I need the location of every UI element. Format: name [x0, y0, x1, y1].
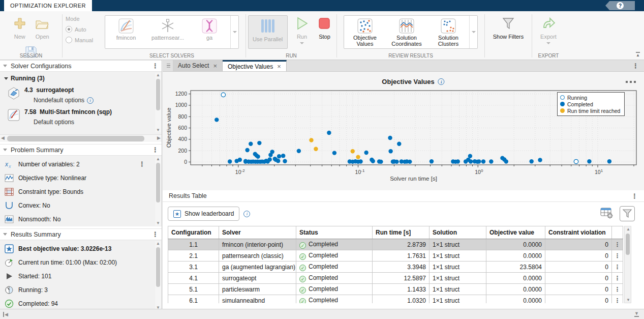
col-solver[interactable]: Solver: [219, 226, 296, 239]
solver-config-item[interactable]: 4.3 surrogateopt Nondefault optionsi: [7, 86, 162, 104]
info-icon[interactable]: i: [243, 211, 250, 217]
table-settings-icon[interactable]: [600, 207, 614, 221]
run-dropdown-icon[interactable]: [300, 42, 304, 44]
scrollbar-thumb[interactable]: [7, 136, 144, 141]
scroll-up-icon[interactable]: ▲: [156, 73, 160, 77]
scroll-up-icon[interactable]: ▲: [626, 227, 630, 231]
collapse-ribbon-button[interactable]: ▲: [636, 52, 640, 57]
show-leaderboard-button[interactable]: ★ Show leaderboard: [168, 207, 239, 221]
tab-objective-values[interactable]: Objective Values ×: [223, 60, 287, 71]
open-button[interactable]: Open: [32, 15, 52, 40]
results-table-header[interactable]: Results Table ⋮: [163, 190, 644, 202]
solver-configurations-header[interactable]: Solver Configurations ⋮: [0, 60, 162, 72]
collapse-section-icon[interactable]: [3, 149, 7, 151]
scroll-down-icon[interactable]: ▼: [156, 128, 160, 132]
scroll-up-icon[interactable]: ▲: [156, 157, 160, 161]
completed-status-icon: ✓: [299, 298, 306, 304]
row-kebab-icon[interactable]: ⋮: [612, 239, 623, 250]
show-filters-button[interactable]: Show Filters: [488, 15, 529, 40]
close-tab-icon[interactable]: ×: [213, 62, 217, 70]
solver-patternsearch-button[interactable]: patternsear...: [147, 16, 189, 48]
mode-manual-radio[interactable]: Manual: [66, 37, 98, 43]
scatter-point: [489, 159, 493, 163]
app-tab[interactable]: OPTIMIZATION EXPLORER: [4, 0, 92, 11]
table-vertical-scrollbar[interactable]: ▲ ▼: [624, 226, 631, 303]
run-button[interactable]: Run: [292, 15, 312, 44]
scroll-left-icon[interactable]: ◀: [1, 135, 5, 140]
export-button[interactable]: Export: [538, 15, 559, 44]
filter-funnel-icon: [500, 15, 516, 32]
scroll-down-icon[interactable]: ▼: [626, 298, 630, 302]
kebab-menu-icon[interactable]: ⋮: [152, 63, 159, 69]
table-row[interactable]: 3.1 ga (augmented lagrangian) ✓Completed…: [168, 262, 623, 273]
row-kebab-icon[interactable]: ⋮: [612, 262, 623, 273]
col-runtime[interactable]: Run time [s]: [373, 226, 430, 239]
table-row[interactable]: 4.1 surrogateopt ✓Completed 12.5897 1×1 …: [168, 273, 623, 284]
solution-coordinates-button[interactable]: Solution Coordinates: [386, 16, 427, 48]
solver-gallery-dropdown[interactable]: [230, 16, 238, 48]
row-kebab-icon[interactable]: ⋮: [612, 284, 623, 295]
problem-summary-header[interactable]: Problem Summary ⋮: [0, 144, 162, 156]
kebab-menu-icon[interactable]: ⋮: [152, 231, 159, 238]
info-icon[interactable]: i: [87, 97, 94, 104]
results-table-wrap: Configuration Solver Status Run time [s]…: [168, 226, 623, 303]
svg-text:400: 400: [178, 136, 187, 142]
row-kebab-icon[interactable]: ⋮: [612, 250, 623, 262]
results-table[interactable]: Configuration Solver Status Run time [s]…: [168, 226, 623, 303]
solution-clusters-button[interactable]: Solution Clusters: [427, 16, 469, 48]
col-solution[interactable]: Solution: [430, 226, 486, 239]
row-kebab-icon[interactable]: ⋮: [612, 295, 623, 304]
col-configuration[interactable]: Configuration: [168, 226, 219, 239]
table-row[interactable]: 2.1 patternsearch (classic) ✓Completed 1…: [168, 250, 623, 262]
tab-grip-icon[interactable]: [165, 62, 172, 70]
best-value-icon: [5, 244, 14, 253]
kebab-menu-icon[interactable]: ⋮: [631, 193, 638, 199]
kebab-menu-icon[interactable]: ⋮: [632, 63, 639, 69]
collapse-section-icon[interactable]: [3, 233, 7, 236]
solver-ga-button[interactable]: ga: [189, 16, 230, 48]
kebab-menu-icon[interactable]: ⋮: [152, 147, 159, 153]
new-button[interactable]: New: [10, 15, 30, 40]
info-icon[interactable]: i: [438, 78, 445, 85]
col-violation[interactable]: Constraint violation: [545, 226, 612, 239]
export-dropdown-icon[interactable]: [546, 42, 550, 44]
collapse-bottom-panel-button[interactable]: ▼: [634, 311, 639, 317]
nonsmooth-icon: [5, 215, 14, 224]
col-status[interactable]: Status: [296, 226, 373, 239]
table-row[interactable]: 6.1 simulannealbnd ✓Completed 1.0320 1×1…: [168, 295, 623, 304]
table-row[interactable]: 1.1 fmincon (interior-point) ✓Completed …: [168, 239, 623, 250]
mode-auto-radio[interactable]: Auto: [66, 26, 98, 33]
scatter-point: [249, 142, 253, 146]
config-vertical-scrollbar[interactable]: ▲ ▼: [155, 73, 161, 132]
close-tab-icon[interactable]: ×: [277, 63, 281, 70]
results-vertical-scrollbar[interactable]: ▲ ▼: [155, 241, 161, 310]
figure-options-icon[interactable]: [626, 81, 636, 83]
table-row[interactable]: 5.1 particleswarm ✓Completed 1.1433 1×1 …: [168, 284, 623, 295]
use-parallel-toggle[interactable]: Use Parallel: [248, 15, 288, 49]
objective-values-button[interactable]: Objective Values: [344, 16, 386, 48]
col-actions: [612, 226, 623, 239]
collapse-section-icon[interactable]: [3, 65, 7, 67]
col-objective[interactable]: Objective value: [486, 226, 545, 239]
solver-fmincon-button[interactable]: fmincon: [105, 16, 147, 48]
row-kebab-icon[interactable]: ⋮: [612, 273, 623, 284]
limit-marker-icon: [560, 108, 565, 113]
solver-config-item[interactable]: 7.58 Multi-Start fmincon (sqp) Default o…: [7, 108, 162, 126]
table-filter-button[interactable]: [620, 206, 635, 221]
collapse-left-panel-button[interactable]: ◀: [3, 312, 8, 317]
review-gallery-dropdown[interactable]: [469, 16, 477, 48]
results-summary-header[interactable]: Results Summary ⋮: [0, 228, 162, 240]
scatter-plot[interactable]: 10-210-1100101020040060080010001200Solve…: [163, 72, 644, 190]
scatter-point: [281, 154, 285, 158]
scroll-up-icon[interactable]: ▲: [156, 241, 160, 246]
kebab-menu-icon[interactable]: ⋮: [139, 161, 145, 167]
scroll-down-icon[interactable]: ▼: [156, 221, 160, 225]
help-button[interactable]: ?: [605, 1, 635, 10]
tab-auto-select[interactable]: Auto Select ×: [173, 60, 223, 71]
problem-vertical-scrollbar[interactable]: ▲ ▼: [155, 157, 161, 225]
stop-button[interactable]: Stop: [314, 15, 334, 40]
scroll-right-icon[interactable]: ▶: [157, 135, 161, 140]
scrollbar-thumb[interactable]: [626, 234, 630, 255]
config-horizontal-scrollbar[interactable]: ◀ ▶: [0, 134, 162, 142]
running-group[interactable]: Running (3): [4, 75, 162, 82]
